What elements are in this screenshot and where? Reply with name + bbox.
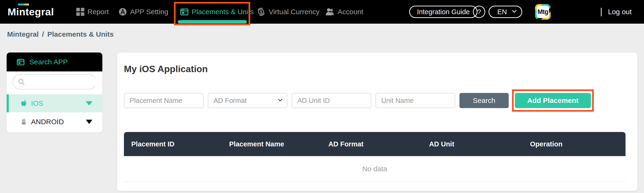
nav-item-app-setting[interactable]: APP Setting [118, 0, 168, 24]
ad-format-select[interactable]: AD Format [208, 93, 288, 108]
logo-text: Mintegral [8, 6, 54, 18]
mtg-badge-label: Mtg [537, 6, 549, 18]
annotation-box-add-placement: Add Placement [512, 89, 594, 112]
app-search-input[interactable] [28, 78, 102, 86]
sidebar-header: Search APP [7, 52, 102, 71]
app-search-box[interactable] [12, 74, 96, 89]
sidebar-item-android[interactable]: ANDROID [7, 112, 102, 131]
svg-text:$: $ [260, 10, 262, 14]
nav-item-account[interactable]: Account [325, 0, 363, 24]
mtg-app-badge[interactable]: Mtg [535, 4, 551, 20]
column-header-ad-format: AD Format [328, 140, 429, 148]
column-header-operation: Operation [530, 140, 626, 148]
add-placement-button[interactable]: Add Placement [515, 93, 591, 108]
account-person-icon [325, 7, 334, 16]
report-grid-icon [76, 8, 84, 16]
question-mark-icon: ? [477, 8, 481, 16]
table-header-row: Placement ID Placement Name AD Format AD… [124, 132, 626, 156]
nav-item-label: Account [338, 8, 363, 16]
annotation-box-nav [174, 2, 250, 25]
sidebar-header-label: Search APP [30, 58, 68, 66]
top-nav-bar: Mintegral Report APP Setting [0, 0, 644, 24]
column-header-placement-id: Placement ID [131, 140, 229, 148]
placement-name-input[interactable] [124, 93, 204, 108]
android-icon [20, 118, 27, 125]
chevron-down-icon [512, 8, 516, 12]
search-app-window-icon [16, 58, 25, 66]
sidebar-item-ios[interactable]: IOS [7, 94, 102, 112]
search-icon [18, 78, 25, 85]
main-content-card: My iOS Application AD Format Search Add … [117, 52, 637, 191]
search-button[interactable]: Search [460, 93, 509, 108]
mintegral-logo[interactable]: Mintegral [8, 0, 54, 24]
nav-divider [601, 8, 602, 16]
page: Mintegral Report APP Setting [0, 0, 644, 193]
integration-guide-button[interactable]: Integration Guide [409, 6, 478, 18]
page-title: My iOS Application [124, 64, 208, 74]
app-sidebar: Search APP IOS [7, 52, 102, 132]
unit-name-input[interactable] [376, 93, 455, 108]
breadcrumb-current: Placements & Units [48, 30, 114, 38]
language-value: EN [497, 8, 507, 16]
apple-icon [20, 99, 27, 107]
no-data-text: No data [362, 165, 387, 173]
column-header-placement-name: Placement Name [229, 140, 328, 148]
app-store-icon [118, 7, 127, 16]
nav-item-label: Virtual Currency [269, 8, 320, 16]
help-button[interactable]: ? [473, 6, 485, 18]
chevron-down-icon [86, 120, 92, 124]
breadcrumb-separator: / [42, 30, 44, 38]
filter-toolbar: AD Format Search Add Placement [124, 89, 594, 112]
ad-format-value: AD Format [214, 97, 247, 105]
ad-unit-id-input[interactable] [292, 93, 371, 108]
virtual-currency-icon: $ [256, 7, 266, 16]
logo-accent-bar [18, 3, 29, 5]
logout-label: Log out [608, 8, 632, 16]
nav-item-virtual-currency[interactable]: $ Virtual Currency [256, 0, 320, 24]
nav-item-label: Report [88, 8, 109, 16]
breadcrumb: Mintegral / Placements & Units [7, 30, 114, 38]
language-dropdown[interactable]: EN [488, 6, 522, 18]
logout-button[interactable]: Log out [608, 0, 632, 24]
sidebar-item-label: ANDROID [31, 118, 64, 126]
nav-item-report[interactable]: Report [76, 0, 109, 24]
sidebar-item-label: IOS [31, 99, 43, 107]
chevron-down-icon [278, 97, 282, 101]
breadcrumb-root[interactable]: Mintegral [7, 30, 38, 38]
selected-accent-bar [7, 94, 9, 112]
integration-guide-label: Integration Guide [417, 8, 470, 16]
column-header-ad-unit: AD Unit [429, 140, 530, 148]
table-empty-row: No data [124, 156, 626, 182]
chevron-down-icon [86, 101, 92, 105]
nav-item-label: APP Setting [130, 8, 168, 16]
